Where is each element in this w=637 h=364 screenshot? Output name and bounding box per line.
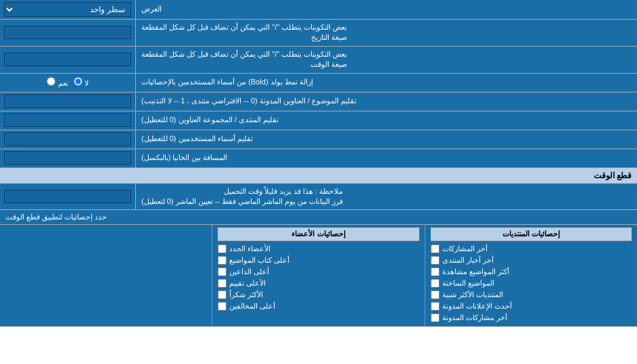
time-format-label: بعض التكوينات يتطلب "/" التي يمكن أن تضا…	[135, 47, 637, 73]
members-stat-checkbox-3[interactable]	[218, 279, 227, 288]
date-format-label: بعض التكوينات يتطلب "/" التي يمكن أن تضا…	[135, 20, 637, 46]
posts-stat-item-5: أحدث الإعلانات المدونة	[431, 301, 632, 312]
date-format-input[interactable]: d-m	[4, 26, 131, 39]
posts-stats-column: إحصائيات المنتديات أخر المشاركات أخر أخب…	[425, 225, 637, 326]
posts-stat-checkbox-5[interactable]	[431, 302, 440, 311]
topic-titles-input-cell: 33	[0, 93, 135, 111]
distance-input-cell: 2	[0, 149, 135, 167]
distance-input[interactable]: 2	[4, 151, 131, 165]
members-stat-item-5: أعلى المخالفين	[218, 301, 419, 312]
posts-stat-item-1: أخر أخبار المنتدى	[431, 255, 632, 266]
posts-stat-item-6: أخر مشاركات المدونة	[431, 312, 632, 323]
posts-stats-title: إحصائيات المنتديات	[431, 228, 632, 241]
bold-no-radio[interactable]	[74, 77, 82, 86]
members-stat-checkbox-4[interactable]	[218, 290, 227, 299]
bold-remove-radio-cell: لا نعم	[0, 74, 135, 92]
usernames-input[interactable]: 0	[4, 132, 131, 146]
members-stat-checkbox-5[interactable]	[218, 302, 227, 311]
members-stat-checkbox-0[interactable]	[218, 244, 227, 253]
members-stat-checkbox-2[interactable]	[218, 267, 227, 276]
time-filter-input-cell: 0	[0, 184, 135, 210]
members-stat-item-1: أعلى كتاب المواضيع	[218, 255, 419, 266]
usernames-input-cell: 0	[0, 130, 135, 149]
posts-stat-item-2: أكثر المواضيع مشاهدة	[431, 266, 632, 278]
posts-stat-item-0: أخر المشاركات	[431, 243, 632, 255]
bold-remove-label: إزالة نمط بولد (Bold) من أسماء المستخدمي…	[135, 74, 637, 92]
display-mode-cell: سطر واحد سطرين ثلاثة أسطر	[0, 0, 135, 19]
forum-titles-input[interactable]: 33	[4, 113, 131, 127]
limit-label-cell: حدد إحصائيات لتطبيق قطع الوقت	[0, 210, 637, 224]
display-mode-select[interactable]: سطر واحد سطرين ثلاثة أسطر	[4, 2, 131, 17]
bold-no-label: لا	[74, 77, 89, 88]
members-stat-item-0: الأعضاء الجدد	[218, 243, 419, 255]
members-stat-item-2: أعلى الداعين	[218, 266, 419, 278]
posts-stat-checkbox-3[interactable]	[431, 279, 440, 288]
time-filter-label: ملاحظة : هذا قد يزيد قليلاً وقت التحميلف…	[135, 184, 637, 210]
members-stat-item-3: الأعلى تقييم	[218, 278, 419, 289]
empty-stats-column	[0, 225, 212, 326]
time-filter-input[interactable]: 0	[4, 190, 131, 203]
usernames-label: تقليم أسماء المستخدمين (0 للتعطيل)	[135, 130, 637, 149]
members-stat-item-4: الأكثر شكراً	[218, 289, 419, 301]
posts-stat-checkbox-2[interactable]	[431, 267, 440, 276]
section-title-label: العرض	[135, 0, 637, 19]
posts-stat-item-3: المواضيع الساخنة	[431, 278, 632, 289]
posts-stat-checkbox-6[interactable]	[431, 313, 440, 322]
bold-yes-label: نعم	[47, 77, 68, 88]
forum-titles-label: تقليم المنتدى / المجموعة العناوين (0 للت…	[135, 111, 637, 130]
distance-label: المسافة بين الخانيا (بالبكسل)	[135, 149, 637, 167]
time-format-input-cell: H:i	[0, 47, 135, 73]
date-format-input-cell: d-m	[0, 20, 135, 46]
posts-stat-checkbox-4[interactable]	[431, 290, 440, 299]
bold-yes-radio[interactable]	[47, 77, 55, 86]
topic-titles-input[interactable]: 33	[4, 95, 131, 108]
time-section-header: قطع الوقت	[0, 168, 637, 184]
time-format-input[interactable]: H:i	[4, 53, 131, 66]
members-stat-checkbox-1[interactable]	[218, 256, 227, 265]
posts-stat-checkbox-1[interactable]	[431, 256, 440, 265]
members-stats-column: إحصائيات الأعضاء الأعضاء الجدد أعلى كتاب…	[212, 225, 424, 326]
posts-stat-checkbox-0[interactable]	[431, 244, 440, 253]
forum-titles-input-cell: 33	[0, 111, 135, 130]
topic-titles-label: تقليم الموضوع / العناوين المدونة (0 -- ا…	[135, 93, 637, 111]
members-stats-title: إحصائيات الأعضاء	[218, 228, 419, 241]
posts-stat-item-4: المنتديات الأكثر شبية	[431, 289, 632, 301]
